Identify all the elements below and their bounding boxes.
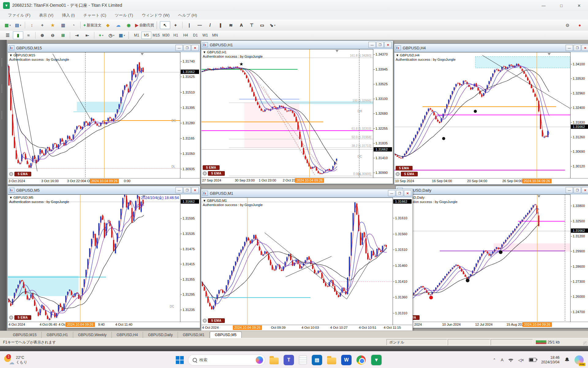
minimize-button[interactable]: — xyxy=(368,42,376,48)
teams-taskbar-icon[interactable]: T xyxy=(284,355,294,365)
resize-grip[interactable] xyxy=(583,341,587,346)
chrome-taskbar-icon[interactable] xyxy=(356,355,366,365)
zoom-in-button[interactable]: ⊕ xyxy=(37,31,47,39)
text-button[interactable]: A xyxy=(236,21,247,29)
taskbar-weather-widget[interactable]: 1 22°C くもり xyxy=(0,355,56,365)
timeframe-m15-button[interactable]: M15 xyxy=(151,32,161,39)
horizontal-line-button[interactable]: — xyxy=(194,21,205,29)
chart-plot-area[interactable]: DC▼ GBPUSD,M5Authentication success : by… xyxy=(8,194,180,322)
arrows-button[interactable]: ⇘▾ xyxy=(267,21,278,29)
timeframe-m5-button[interactable]: M5 xyxy=(141,32,151,39)
time-axis[interactable]: 10 Sep 202416 Sep 04:0020 Sep 04:0026 Se… xyxy=(394,178,588,184)
search-button[interactable]: ⊙ xyxy=(562,21,573,29)
tile-windows-button[interactable]: ⊞ xyxy=(58,31,68,39)
close-button[interactable]: ✕ xyxy=(384,42,392,48)
menu-item-0[interactable]: ファイル (F) xyxy=(4,12,34,19)
chart-window-titlebar[interactable]: GBPUSD,Daily—❐✕ xyxy=(396,186,588,194)
fibonacci-button[interactable]: ≋ xyxy=(226,21,236,29)
chart-tab-gbpusd-weekly[interactable]: GBPUSD,Weekly xyxy=(73,332,112,338)
equidistant-channel-button[interactable]: ∥ xyxy=(215,21,226,29)
search-box[interactable]: 検索 xyxy=(188,355,265,366)
toolbar-grip[interactable] xyxy=(156,22,159,29)
menu-item-4[interactable]: ツール (T) xyxy=(111,12,137,19)
hidden-icons-chevron[interactable]: ⌃ xyxy=(493,358,496,362)
price-scale[interactable]: 1.341001.335301.329601.324001.318301.312… xyxy=(571,52,588,178)
chart-window-m5[interactable]: GBPUSD,M5—❐✕DC▼ GBPUSD,M5Authentication … xyxy=(7,186,200,328)
copilot-icon[interactable]: PRE xyxy=(575,355,584,365)
menu-item-3[interactable]: チャート (C) xyxy=(80,12,110,19)
chart-tab-gbpusd-m15[interactable]: GBPUSD,M15 xyxy=(8,332,42,338)
vertical-line-button[interactable]: | xyxy=(184,21,194,29)
restore-button[interactable]: ❐ xyxy=(574,187,581,193)
chart-tab-gbpusd-h1[interactable]: GBPUSD,H1 xyxy=(42,332,73,338)
chart-plot-area[interactable]: 161.8 [1.34280]100 [1.32996]61.8 [1.3220… xyxy=(202,49,373,178)
timeframe-m30-button[interactable]: M30 xyxy=(161,32,171,39)
minimize-button[interactable]: — xyxy=(175,187,183,193)
chart-plot-area[interactable]: ▼ GBPUSD,M1Authentication success : by G… xyxy=(202,197,393,325)
time-axis[interactable]: 3 Oct 20243 Oct 16:003 Oct 22:004 Oct0:0… xyxy=(8,178,200,184)
shapes-button[interactable]: ▭ xyxy=(257,21,267,29)
auto-scroll-button[interactable]: ⇥ xyxy=(72,31,82,39)
wifi-icon[interactable] xyxy=(508,358,513,362)
chart-window-titlebar[interactable]: GBPUSD,M1—❐✕ xyxy=(201,189,413,197)
timeframe-h1-button[interactable]: H1 xyxy=(171,32,181,39)
chart-tab-gbpusd-daily[interactable]: GBPUSD,Daily xyxy=(143,332,178,338)
timeframe-d1-button[interactable]: D1 xyxy=(190,32,200,39)
text-label-button[interactable]: ⊤ xyxy=(247,21,257,29)
restore-button[interactable]: ❐ xyxy=(183,187,191,193)
chart-plot-area[interactable]: DCDL▼ GBPUSD,M15Authentication success :… xyxy=(8,52,180,178)
chart-shift-button[interactable]: ⇤ xyxy=(82,31,92,39)
indicator-button-icon[interactable] xyxy=(203,171,207,175)
market-watch-button[interactable]: ↕ xyxy=(27,21,37,29)
notifications-bell-icon[interactable]: 🔔︎ xyxy=(564,357,570,363)
chart-window-titlebar[interactable]: GBPUSD,M5—❐✕ xyxy=(8,186,200,194)
strategy-tester-button[interactable]: ◔ xyxy=(68,21,79,29)
timeframe-m1-button[interactable]: M1 xyxy=(132,32,141,39)
minimize-button[interactable]: — xyxy=(175,45,183,51)
chart-window-titlebar[interactable]: GBPUSD,H4—❐✕ xyxy=(394,44,588,52)
titanfx-taskbar-item[interactable]: ▼ xyxy=(371,354,382,366)
price-scale[interactable]: 1.317401.316251.315101.313951.312801.311… xyxy=(181,52,200,178)
word-taskbar-icon[interactable]: W xyxy=(341,355,352,365)
profiles-button[interactable]: ▤▾ xyxy=(13,21,23,29)
folder-taskbar-icon[interactable] xyxy=(327,358,336,364)
minimize-button[interactable]: — xyxy=(566,45,573,51)
volume-muted-icon[interactable]: ◁× xyxy=(518,358,524,362)
timeframe-h4-button[interactable]: H4 xyxy=(181,32,190,39)
chart-tab-gbpusd-m1[interactable]: GBPUSD,M1 xyxy=(178,332,210,338)
chart-plot-area[interactable]: ▼ GBPUSD,H4Authentication success : by G… xyxy=(394,52,571,178)
restore-button[interactable]: ❐ xyxy=(574,45,581,51)
auto-trading-button[interactable]: ▶自動売買 xyxy=(134,21,155,29)
signals-button[interactable]: ◉ xyxy=(123,21,134,29)
chart-window-h1[interactable]: GBPUSD,H1—❐✕161.8 [1.34280]100 [1.32996]… xyxy=(201,40,393,184)
minimize-button[interactable]: — xyxy=(535,0,552,11)
indicator-button-icon[interactable] xyxy=(9,172,13,176)
left-dock-strip[interactable] xyxy=(0,40,7,346)
metaeditor-button[interactable]: ◆ xyxy=(103,21,113,29)
indicators-button[interactable]: +▾ xyxy=(96,31,106,39)
data-window-button[interactable]: + xyxy=(37,21,47,29)
menu-item-1[interactable]: 表示 (V) xyxy=(35,12,57,19)
chart-tab-gbpusd-h4[interactable]: GBPUSD,H4 xyxy=(112,332,143,338)
indicator-button-icon[interactable] xyxy=(396,172,400,176)
navigator-button[interactable]: ★ xyxy=(47,21,58,29)
restore-button[interactable]: ❐ xyxy=(183,45,191,51)
new-order-button[interactable]: +新規注文 xyxy=(82,21,103,29)
ime-indicator[interactable]: A xyxy=(501,358,503,362)
toolbar-grip[interactable] xyxy=(128,32,130,39)
indicator-button-icon[interactable] xyxy=(203,319,207,323)
restore-button[interactable]: ❐ xyxy=(396,190,403,196)
battery-icon[interactable] xyxy=(529,358,536,362)
close-button[interactable]: ✕ xyxy=(582,45,588,51)
market-button[interactable]: ☁ xyxy=(113,21,123,29)
close-button[interactable]: ✕ xyxy=(191,187,199,193)
chart-window-h4[interactable]: GBPUSD,H4—❐✕▼ GBPUSD,H4Authentication su… xyxy=(394,44,588,185)
time-axis[interactable]: 4 Oct 2024Oct 09:394 Oct 10:034 Oct 10:2… xyxy=(202,325,412,331)
zoom-out-button[interactable]: ⊖ xyxy=(47,31,58,39)
time-axis[interactable]: 202410 Jun 202412 Jul 202415 Aug 2024202… xyxy=(396,322,588,328)
terminal-button[interactable]: ▥ xyxy=(58,21,68,29)
chart-tab-gbpusd-m5[interactable]: GBPUSD,M5 xyxy=(210,332,242,338)
notifications-button[interactable]: ● xyxy=(575,21,585,29)
candlestick-chart-button[interactable]: ▮ xyxy=(13,31,23,39)
chart-window-titlebar[interactable]: GBPUSD,H1—❐✕ xyxy=(201,41,393,49)
